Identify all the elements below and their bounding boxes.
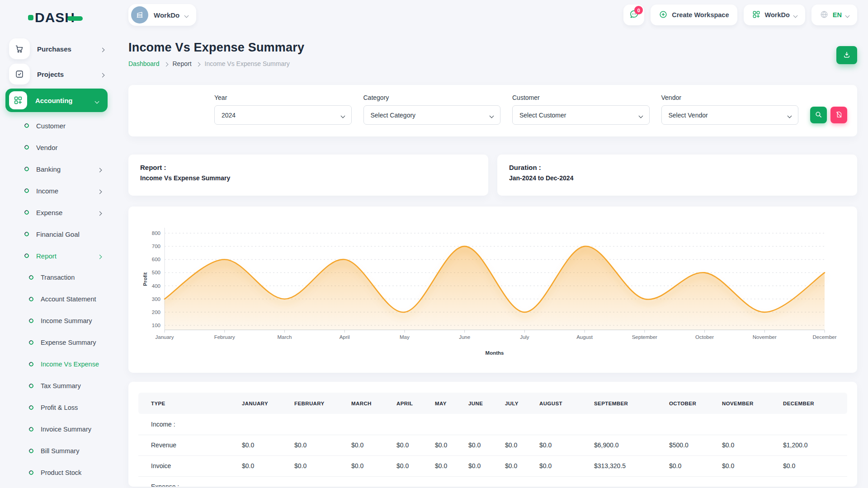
table-cell (242, 476, 294, 487)
bullet-icon (28, 339, 34, 346)
sidebar-item-income-vs-expense[interactable]: Income Vs Expense (0, 353, 113, 375)
sidebar-item-label: Accounting (35, 97, 73, 104)
cart-icon (9, 38, 30, 59)
chevron-right-icon (101, 45, 104, 53)
table-cell: $0.0 (722, 435, 783, 455)
sidebar-item-projects[interactable]: Projects (0, 61, 113, 87)
vendor-select[interactable]: Select Vendor (661, 105, 799, 125)
table-cell (539, 414, 594, 435)
year-select[interactable]: 2024 (214, 105, 352, 125)
table-cell: $0.0 (505, 435, 539, 455)
svg-text:November: November (753, 334, 777, 340)
table-cell: $0.0 (242, 455, 294, 476)
chevron-right-icon (98, 187, 101, 195)
sidebar-item-bill-summary[interactable]: Bill Summary (0, 440, 113, 462)
svg-text:May: May (400, 334, 410, 340)
create-workspace-button[interactable]: Create Workspace (651, 5, 737, 25)
sidebar-item-label: Account Statement (41, 296, 96, 303)
sidebar-item-invoice-summary[interactable]: Invoice Summary (0, 418, 113, 440)
chevron-down-icon (95, 97, 99, 104)
sidebar-item-label: Income Summary (41, 317, 92, 324)
bullet-icon (28, 318, 34, 324)
bullet-icon (24, 188, 30, 194)
sidebar-item-transaction[interactable]: Transaction (0, 267, 113, 288)
bullet-icon (24, 231, 30, 237)
column-header-july: JULY (505, 393, 539, 414)
sidebar-item-label: Invoice Summary (41, 426, 91, 433)
search-button[interactable] (810, 107, 827, 123)
workspace-menu-button[interactable]: WorkDo (744, 5, 805, 25)
workspace-switcher[interactable]: WorkDo (128, 4, 196, 26)
category-select[interactable]: Select Category (363, 105, 501, 125)
svg-text:500: 500 (152, 270, 160, 275)
sidebar-item-profit-loss[interactable]: Profit & Loss (0, 397, 113, 418)
chevron-right-icon (98, 165, 101, 173)
svg-text:300: 300 (152, 296, 160, 302)
column-header-december: DECEMBER (783, 393, 847, 414)
selected-value: Select Customer (519, 112, 566, 119)
sidebar-item-account-statement[interactable]: Account Statement (0, 288, 113, 310)
svg-text:August: August (576, 334, 593, 340)
workspace-name: WorkDo (154, 11, 179, 19)
breadcrumb-item-report[interactable]: Report (173, 60, 192, 67)
svg-text:March: March (277, 334, 292, 340)
messages-badge: 0 (634, 6, 643, 14)
reset-filter-button[interactable] (830, 107, 847, 123)
duration-card-value: Jan-2024 to Dec-2024 (509, 174, 845, 182)
selected-value: 2024 (222, 112, 236, 119)
sidebar-item-tax-summary[interactable]: Tax Summary (0, 375, 113, 397)
table-cell (396, 414, 435, 435)
sidebar-item-income[interactable]: Income (0, 180, 113, 202)
sidebar-item-label: Report (36, 252, 57, 260)
sidebar-item-label: Vendor (36, 144, 58, 151)
report-summary-card: Report : Income Vs Expense Summary (128, 155, 488, 196)
sidebar-item-label: Customer (36, 122, 66, 130)
breadcrumb-item-dashboard[interactable]: Dashboard (128, 60, 160, 67)
messages-button[interactable]: 0 (623, 5, 644, 25)
column-header-june: JUNE (468, 393, 505, 414)
table-cell: $6,900.0 (594, 435, 669, 455)
table-cell (351, 414, 396, 435)
table-cell: $0.0 (351, 435, 396, 455)
bullet-icon (24, 122, 30, 129)
table-cell: $0.0 (351, 455, 396, 476)
table-cell (242, 414, 294, 435)
sidebar-item-customer[interactable]: Customer (0, 115, 113, 136)
sidebar-item-income-summary[interactable]: Income Summary (0, 310, 113, 332)
table-cell (294, 476, 351, 487)
row-label: Income : (138, 414, 242, 435)
sidebar-item-expense[interactable]: Expense (0, 202, 113, 223)
sidebar-item-label: Expense Summary (41, 339, 96, 346)
sidebar-item-accounting[interactable]: Accounting (5, 89, 108, 112)
app-logo[interactable]: DASH (28, 10, 113, 25)
sidebar-item-cash-flow[interactable]: Cash Flow (0, 483, 113, 488)
sidebar-item-label: Product Stock (41, 469, 81, 476)
table-cell: $500.0 (669, 435, 722, 455)
duration-summary-card: Duration : Jan-2024 to Dec-2024 (497, 155, 857, 196)
svg-text:June: June (459, 334, 470, 340)
bullet-icon (28, 383, 34, 389)
bullet-icon (24, 209, 30, 216)
sidebar-item-purchases[interactable]: Purchases (0, 36, 113, 61)
language-menu-button[interactable]: EN (811, 5, 857, 25)
svg-text:700: 700 (152, 244, 160, 249)
svg-text:Months: Months (486, 350, 504, 356)
download-icon (843, 51, 851, 60)
logo-dot (28, 15, 33, 20)
sidebar-item-vendor[interactable]: Vendor (0, 136, 113, 158)
table-cell: $0.0 (468, 435, 505, 455)
chevron-down-icon (490, 112, 493, 119)
column-header-august: AUGUST (539, 393, 594, 414)
chevron-down-icon (794, 11, 797, 19)
filter-label: Category (363, 94, 501, 101)
download-button[interactable] (836, 46, 857, 64)
sidebar-item-banking[interactable]: Banking (0, 158, 113, 180)
sidebar-item-label: Transaction (41, 274, 75, 281)
sidebar-item-financial-goal[interactable]: Financial Goal (0, 223, 113, 245)
sidebar-item-product-stock[interactable]: Product Stock (0, 462, 113, 483)
sidebar-item-report[interactable]: Report (0, 245, 113, 267)
column-header-september: SEPTEMBER (594, 393, 669, 414)
column-header-march: MARCH (351, 393, 396, 414)
sidebar-item-expense-summary[interactable]: Expense Summary (0, 332, 113, 353)
customer-select[interactable]: Select Customer (512, 105, 650, 125)
